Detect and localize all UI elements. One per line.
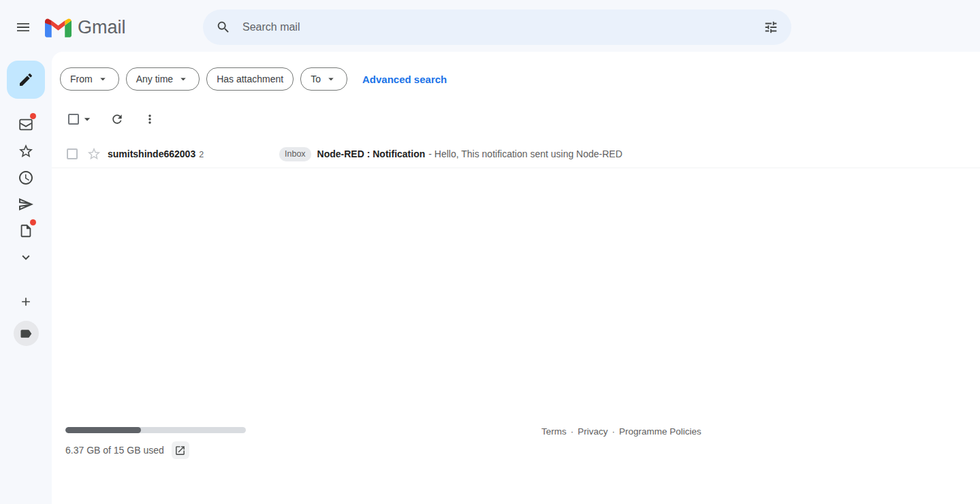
select-all-checkbox[interactable] — [68, 114, 79, 125]
storage-usage-text: 6.37 GB of 15 GB used — [65, 445, 164, 456]
chip-any-time-label: Any time — [136, 74, 173, 84]
labels-button[interactable] — [14, 321, 39, 346]
manage-storage-button[interactable] — [172, 441, 189, 459]
email-row[interactable]: sumitshinde662003 2 Inbox Node-RED : Not… — [52, 140, 980, 168]
footer-separator: · — [571, 426, 574, 437]
clock-icon — [18, 170, 34, 186]
hamburger-icon — [15, 19, 31, 35]
email-sender: sumitshinde662003 — [108, 148, 195, 159]
inbox-label-badge[interactable]: Inbox — [279, 147, 311, 161]
select-all-group — [68, 112, 94, 126]
more-vert-icon — [143, 112, 157, 126]
privacy-link[interactable]: Privacy — [578, 426, 607, 437]
advanced-search-link[interactable]: Advanced search — [362, 74, 447, 85]
gmail-m-icon — [45, 17, 72, 37]
open-in-new-icon — [174, 445, 186, 456]
tune-sliders-icon — [763, 20, 778, 35]
plus-icon — [19, 295, 33, 309]
chip-from[interactable]: From — [60, 67, 119, 91]
list-toolbar — [52, 106, 980, 133]
search-options-button[interactable] — [756, 12, 786, 42]
chip-has-attachment-label: Has attachment — [217, 74, 283, 84]
chip-any-time[interactable]: Any time — [126, 67, 200, 91]
draft-file-icon — [18, 223, 33, 238]
star-icon — [18, 143, 34, 159]
footer-separator: · — [612, 426, 616, 437]
chevron-down-icon — [18, 250, 33, 265]
star-outline-icon — [86, 146, 101, 161]
header: Gmail — [0, 0, 980, 52]
sidebar-more-button[interactable] — [10, 244, 42, 270]
email-sender-block: sumitshinde662003 2 — [108, 148, 279, 159]
storage-progress-track — [65, 427, 246, 433]
email-snippet: - Hello, This notification sent using No… — [428, 148, 622, 159]
sidebar-item-inbox[interactable] — [10, 111, 42, 138]
mail-panel: From Any time Has attachment To Advanced… — [52, 52, 980, 504]
search-bar — [203, 10, 791, 45]
gmail-logo[interactable]: Gmail — [45, 15, 126, 40]
search-icon — [216, 20, 231, 35]
dropdown-arrow-icon — [325, 73, 337, 85]
refresh-icon — [110, 112, 124, 126]
legal-footer: Terms · Privacy · Programme Policies — [541, 426, 701, 437]
storage-section: 6.37 GB of 15 GB used — [65, 427, 246, 459]
create-label-button[interactable] — [10, 288, 42, 315]
programme-policies-link[interactable]: Programme Policies — [619, 426, 701, 437]
search-input[interactable] — [238, 21, 756, 33]
inbox-unread-dot — [30, 113, 36, 119]
refresh-button[interactable] — [104, 106, 131, 133]
email-checkbox[interactable] — [67, 148, 78, 159]
compose-button[interactable] — [7, 61, 45, 99]
sidebar-item-sent[interactable] — [10, 191, 42, 217]
email-thread-count: 2 — [199, 150, 204, 159]
search-submit-button[interactable] — [208, 12, 238, 42]
search-chips-row: From Any time Has attachment To Advanced… — [52, 52, 980, 91]
drafts-unread-dot — [30, 219, 36, 225]
sidebar-item-starred[interactable] — [10, 138, 42, 164]
pencil-icon — [18, 72, 34, 88]
storage-progress-fill — [65, 427, 141, 433]
chip-to[interactable]: To — [300, 67, 347, 91]
dropdown-arrow-icon — [177, 73, 189, 85]
chip-has-attachment[interactable]: Has attachment — [206, 67, 294, 91]
sidebar-nav — [10, 111, 42, 270]
send-icon — [18, 196, 34, 212]
label-tag-icon — [19, 327, 33, 341]
terms-link[interactable]: Terms — [541, 426, 567, 437]
chip-from-label: From — [70, 74, 93, 84]
sidebar — [0, 52, 52, 504]
sidebar-item-snoozed[interactable] — [10, 164, 42, 191]
email-subject: Node-RED : Notification — [317, 148, 426, 159]
chip-to-label: To — [311, 74, 321, 84]
main-menu-button[interactable] — [7, 11, 39, 44]
email-star-toggle[interactable] — [86, 146, 101, 161]
sidebar-item-drafts[interactable] — [10, 217, 42, 244]
dropdown-arrow-icon — [97, 73, 109, 85]
select-dropdown-arrow-icon[interactable] — [80, 112, 94, 126]
more-options-button[interactable] — [136, 106, 163, 133]
gmail-wordmark: Gmail — [78, 17, 126, 38]
